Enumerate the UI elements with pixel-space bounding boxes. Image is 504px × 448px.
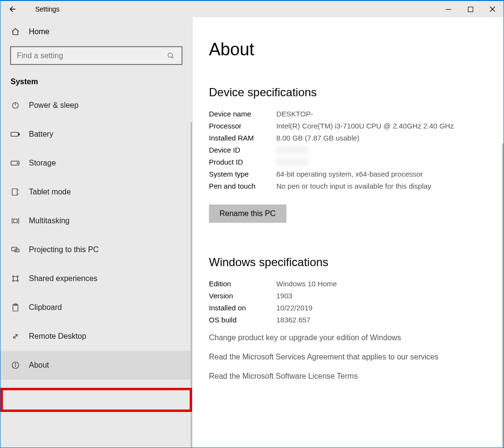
clipboard-icon [11,303,20,312]
close-icon [490,6,495,12]
svg-line-3 [172,57,173,58]
home-label: Home [29,27,50,36]
storage-icon [11,158,20,168]
spec-key: OS build [209,316,276,324]
edition-value: Windows 10 Home [276,280,337,288]
sidebar-item-label: Projecting to this PC [29,245,99,254]
sidebar-item-label: Clipboard [29,303,62,312]
sidebar-item-label: Tablet mode [29,188,71,196]
system-type-value: 64-bit operating system, x64-based proce… [276,170,423,178]
os-build-value: 18362.657 [276,316,310,324]
sidebar-item-label: Remote Desktop [29,332,86,341]
svg-rect-0 [446,9,451,10]
window-title: Settings [35,5,60,13]
power-icon [11,101,20,110]
sidebar-item-shared-experiences[interactable]: Shared experiences [0,264,192,293]
arrow-left-icon [8,5,17,13]
svg-rect-1 [468,7,473,12]
pen-touch-value: No pen or touch input is available for t… [276,182,431,190]
sidebar-category: System [0,72,192,91]
svg-point-20 [13,280,14,282]
svg-point-2 [168,53,172,57]
spec-key: Installed on [209,304,276,312]
main-content: About Device specifications Device nameD… [193,17,504,448]
sidebar: Home System Power & sleep Batter [0,17,193,448]
spec-key: Product ID [209,158,276,166]
main-scrollbar[interactable] [502,143,504,448]
home-icon [11,27,20,37]
device-id-value: [redacted] [276,146,309,154]
page-title: About [209,39,487,60]
spec-key: Processor [209,122,276,130]
device-name-value: DESKTOP- [276,110,313,118]
close-button[interactable] [481,1,504,17]
svg-rect-7 [19,133,20,135]
settings-window: Settings Home [0,0,504,448]
sidebar-item-about[interactable]: About [0,351,192,380]
spec-key: System type [209,170,276,178]
spec-key: Version [209,292,276,300]
svg-point-26 [15,363,15,364]
sidebar-item-label: Multitasking [29,217,69,225]
search-input[interactable] [17,51,166,60]
minimize-icon [446,7,451,12]
svg-point-18 [13,276,14,277]
maximize-button[interactable] [459,1,481,17]
spec-key: Installed RAM [209,134,276,142]
sidebar-item-power-sleep[interactable]: Power & sleep [0,91,192,120]
sidebar-item-multitasking[interactable]: Multitasking [0,206,192,235]
svg-point-19 [17,276,18,277]
sidebar-item-storage[interactable]: Storage [0,149,192,178]
svg-point-9 [17,163,18,164]
sidebar-item-label: Storage [29,159,56,167]
svg-rect-15 [13,219,17,223]
home-nav[interactable]: Home [0,17,192,46]
sidebar-item-tablet-mode[interactable]: Tablet mode [0,178,192,206]
sidebar-item-label: Battery [29,130,53,139]
back-button[interactable] [0,1,25,17]
ram-value: 8.00 GB (7.87 GB usable) [276,134,360,142]
maximize-icon [468,7,473,12]
sidebar-item-label: Power & sleep [29,101,78,110]
device-spec-heading: Device specifications [209,86,487,99]
sidebar-item-clipboard[interactable]: Clipboard [0,293,192,322]
tablet-icon [11,187,20,197]
spec-key: Pen and touch [209,182,276,190]
sidebar-item-label: About [29,361,49,370]
shared-experiences-icon [11,274,20,283]
license-terms-link[interactable]: Read the Microsoft Software License Term… [209,372,487,381]
windows-spec-heading: Windows specifications [209,256,487,269]
search-icon [166,52,176,60]
svg-rect-6 [11,132,18,136]
sidebar-item-projecting[interactable]: Projecting to this PC [0,235,192,264]
spec-key: Device name [209,110,276,118]
change-product-key-link[interactable]: Change product key or upgrade your editi… [209,333,487,342]
rename-pc-button[interactable]: Rename this PC [209,205,286,223]
sidebar-scrollbar[interactable] [191,122,192,448]
services-agreement-link[interactable]: Read the Microsoft Services Agreement th… [209,353,487,361]
installed-on-value: 10/22/2019 [276,304,312,312]
svg-point-21 [17,280,18,282]
multitasking-icon [11,216,20,226]
spec-key: Device ID [209,146,276,154]
sidebar-item-label: Shared experiences [29,274,97,283]
projecting-icon [11,245,20,255]
remote-desktop-icon [11,332,20,341]
svg-rect-10 [12,189,17,195]
battery-icon [11,129,20,139]
minimize-button[interactable] [437,1,459,17]
spec-key: Edition [209,280,276,288]
search-input-wrap[interactable] [10,46,182,65]
version-value: 1903 [276,292,292,300]
sidebar-item-battery[interactable]: Battery [0,120,192,149]
about-icon [11,360,20,370]
product-id-value: [redacted] [276,158,309,166]
titlebar: Settings [0,1,504,17]
processor-value: Intel(R) Core(TM) i3-7100U CPU @ 2.40GHz… [276,122,454,130]
sidebar-item-remote-desktop[interactable]: Remote Desktop [0,322,192,351]
